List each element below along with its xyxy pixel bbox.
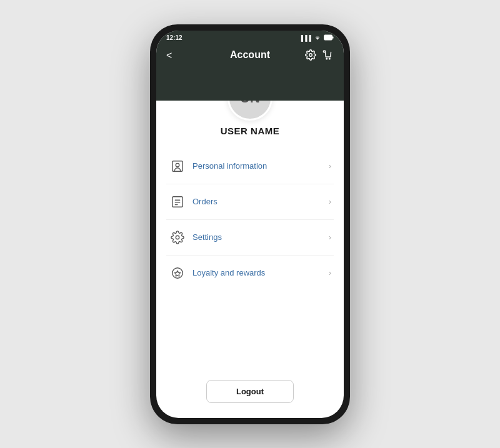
back-button[interactable]: < (166, 50, 172, 61)
logout-button[interactable]: Logout (206, 380, 294, 403)
loyalty-rewards-icon (169, 264, 186, 282)
svg-point-10 (176, 236, 179, 239)
header-title: Account (230, 49, 270, 61)
cart-icon[interactable] (322, 49, 334, 63)
orders-icon (169, 193, 186, 211)
settings-chevron: › (329, 232, 331, 242)
menu-item-settings[interactable]: Settings › (166, 220, 334, 256)
personal-information-label: Personal information (192, 161, 329, 171)
personal-information-icon (169, 157, 186, 175)
svg-rect-4 (172, 161, 183, 171)
menu-item-orders[interactable]: Orders › (166, 184, 334, 220)
settings-label: Settings (192, 232, 329, 242)
orders-label: Orders (192, 197, 329, 206)
phone-screen: 12:12 ▐▐▐ < (156, 31, 344, 418)
orders-chevron: › (329, 197, 331, 206)
svg-rect-0 (324, 35, 332, 40)
personal-information-chevron: › (329, 161, 331, 171)
username-label: USER NAME (221, 126, 280, 136)
status-time: 12:12 (166, 34, 182, 41)
logout-section: Logout (156, 370, 344, 418)
svg-point-11 (172, 267, 183, 278)
phone-frame: 12:12 ▐▐▐ < (150, 24, 350, 424)
status-bar: 12:12 ▐▐▐ (156, 31, 344, 44)
header: < Account (156, 44, 344, 101)
header-actions (305, 49, 334, 63)
battery-icon (324, 34, 334, 42)
settings-menu-icon (169, 229, 186, 246)
signal-icon: ▐▐▐ (299, 35, 311, 41)
status-icons: ▐▐▐ (299, 34, 334, 42)
menu-item-personal-information[interactable]: Personal information › (166, 149, 334, 184)
wifi-icon (314, 34, 321, 42)
settings-icon[interactable] (305, 49, 316, 63)
svg-rect-1 (332, 36, 334, 38)
svg-rect-6 (172, 196, 183, 207)
loyalty-rewards-chevron: › (329, 268, 331, 277)
loyalty-rewards-label: Loyalty and rewards (192, 268, 329, 277)
svg-point-5 (176, 163, 179, 167)
menu-item-loyalty-rewards[interactable]: Loyalty and rewards › (166, 256, 334, 291)
menu-list: Personal information › Orders › (156, 144, 344, 370)
svg-point-2 (309, 53, 312, 56)
